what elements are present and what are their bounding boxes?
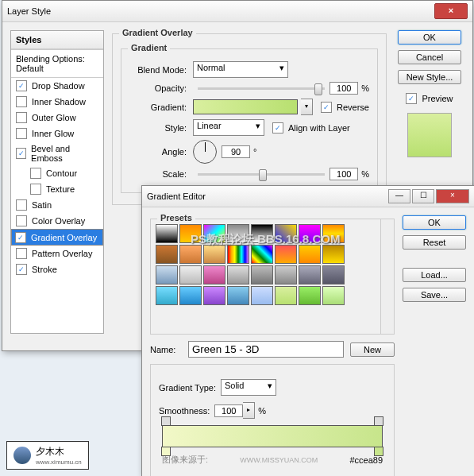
preset-swatch-17[interactable] <box>179 265 202 284</box>
checkbox-icon[interactable]: ✓ <box>15 232 26 243</box>
styles-header[interactable]: Styles <box>11 31 103 49</box>
gradient-swatch[interactable] <box>193 99 298 114</box>
opacity-value[interactable]: 100 <box>329 82 358 95</box>
preset-swatch-15[interactable] <box>322 245 345 264</box>
gradient-subtitle: Gradient <box>128 43 170 52</box>
preset-swatch-29[interactable] <box>275 286 297 305</box>
checkbox-icon[interactable]: ✓ <box>16 264 27 275</box>
style-item-texture[interactable]: Texture <box>11 181 103 197</box>
preset-swatch-23[interactable] <box>322 265 345 284</box>
preview-swatch <box>407 113 452 157</box>
style-item-outer-glow[interactable]: Outer Glow <box>11 110 103 126</box>
checkbox-icon[interactable]: ✓ <box>16 80 27 91</box>
style-item-stroke[interactable]: ✓Stroke <box>11 261 103 277</box>
maximize-button[interactable]: ☐ <box>412 189 434 203</box>
gradient-bar[interactable] <box>162 425 383 447</box>
blend-mode-select[interactable]: Normal ▾ <box>193 61 288 78</box>
opacity-stop-left[interactable] <box>161 416 171 426</box>
preset-swatch-1[interactable] <box>179 224 202 243</box>
blending-options[interactable]: Blending Options: Default <box>11 49 103 78</box>
ge-reset-button[interactable]: Reset <box>403 235 466 250</box>
minimize-button[interactable]: — <box>388 189 410 203</box>
angle-value[interactable]: 90 <box>222 145 250 158</box>
checkbox-icon[interactable] <box>16 199 27 211</box>
preset-swatch-20[interactable] <box>251 265 273 284</box>
reverse-checkbox[interactable]: ✓ <box>321 102 332 113</box>
opacity-slider[interactable] <box>198 87 325 90</box>
preset-swatch-18[interactable] <box>203 265 225 284</box>
ge-ok-button[interactable]: OK <box>403 215 466 230</box>
gradient-type-select[interactable]: Solid ▾ <box>221 379 276 396</box>
checkbox-icon[interactable] <box>16 248 27 259</box>
preset-swatch-21[interactable] <box>275 265 297 284</box>
cancel-button[interactable]: Cancel <box>398 50 461 64</box>
checkbox-icon[interactable] <box>16 96 27 107</box>
new-style-button[interactable]: New Style... <box>398 70 461 84</box>
checkbox-icon[interactable]: ✓ <box>16 148 26 159</box>
checkbox-icon[interactable] <box>16 128 27 139</box>
style-item-color-overlay[interactable]: Color Overlay <box>11 213 103 229</box>
preset-swatch-7[interactable] <box>322 224 345 243</box>
style-item-contour[interactable]: Contour <box>11 165 103 181</box>
preset-swatch-10[interactable] <box>203 245 225 264</box>
preset-swatch-25[interactable] <box>179 286 202 305</box>
angle-dial[interactable] <box>193 140 217 164</box>
scale-slider[interactable] <box>198 173 325 176</box>
ge-load-button[interactable]: Load... <box>403 268 466 282</box>
preset-swatch-5[interactable] <box>275 224 297 243</box>
name-input[interactable] <box>188 341 344 358</box>
preset-swatch-4[interactable] <box>251 224 273 243</box>
opacity-stop-right[interactable] <box>374 416 383 426</box>
close-button[interactable]: × <box>434 3 468 19</box>
preset-swatch-6[interactable] <box>299 224 321 243</box>
style-item-gradient-overlay[interactable]: ✓Gradient Overlay <box>11 229 103 246</box>
style-item-drop-shadow[interactable]: ✓Drop Shadow <box>11 78 103 94</box>
checkbox-icon[interactable] <box>16 112 27 123</box>
preset-swatch-11[interactable] <box>227 245 249 264</box>
preview-checkbox[interactable]: ✓ <box>406 93 417 104</box>
preset-swatch-27[interactable] <box>227 286 249 305</box>
checkbox-icon[interactable] <box>30 184 41 195</box>
preset-swatch-3[interactable] <box>227 224 249 243</box>
new-button[interactable]: New <box>350 342 395 357</box>
align-checkbox[interactable]: ✓ <box>272 122 283 134</box>
preset-swatch-31[interactable] <box>322 286 345 305</box>
color-stop-left[interactable] <box>161 447 171 456</box>
style-item-pattern-overlay[interactable]: Pattern Overlay <box>11 246 103 261</box>
preset-swatch-16[interactable] <box>156 265 178 284</box>
right-hex: #ccea89 <box>349 455 383 465</box>
preset-swatch-9[interactable] <box>179 245 202 264</box>
preset-swatch-30[interactable] <box>299 286 321 305</box>
smoothness-dropdown-icon[interactable]: ▸ <box>243 402 255 419</box>
preset-swatch-8[interactable] <box>156 245 178 264</box>
gradient-editor-titlebar[interactable]: Gradient Editor — ☐ × <box>142 186 474 207</box>
close-button[interactable]: × <box>436 189 469 203</box>
checkbox-icon[interactable] <box>30 168 41 179</box>
preset-swatch-14[interactable] <box>299 245 321 264</box>
preset-swatch-28[interactable] <box>251 286 273 305</box>
ok-button[interactable]: OK <box>398 30 461 45</box>
preset-swatch-22[interactable] <box>299 265 321 284</box>
gradient-editor-title: Gradient Editor <box>147 192 206 201</box>
checkbox-icon[interactable] <box>16 215 27 226</box>
style-select[interactable]: Linear ▾ <box>193 119 264 136</box>
style-item-bevel-and-emboss[interactable]: ✓Bevel and Emboss <box>11 141 103 165</box>
blend-mode-label: Blend Mode: <box>129 65 187 75</box>
preset-swatch-2[interactable] <box>203 224 225 243</box>
preset-swatch-12[interactable] <box>251 245 273 264</box>
style-item-inner-shadow[interactable]: Inner Shadow <box>11 94 103 110</box>
preset-swatch-19[interactable] <box>227 265 249 284</box>
smoothness-value[interactable]: 100 <box>214 404 243 417</box>
preset-swatch-26[interactable] <box>203 286 225 305</box>
style-item-satin[interactable]: Satin <box>11 197 103 213</box>
color-stop-right[interactable] <box>374 447 383 456</box>
gradient-dropdown-icon[interactable]: ▾ <box>301 99 313 115</box>
presets-scrollbar[interactable] <box>380 219 394 334</box>
preset-swatch-13[interactable] <box>275 245 297 264</box>
ge-save-button[interactable]: Save... <box>403 288 466 302</box>
scale-value[interactable]: 100 <box>329 168 358 180</box>
preset-swatch-0[interactable] <box>156 224 178 243</box>
source-logo: 夕木木www.ximumu.cn <box>6 441 89 470</box>
style-item-inner-glow[interactable]: Inner Glow <box>11 126 103 141</box>
preset-swatch-24[interactable] <box>156 286 178 305</box>
